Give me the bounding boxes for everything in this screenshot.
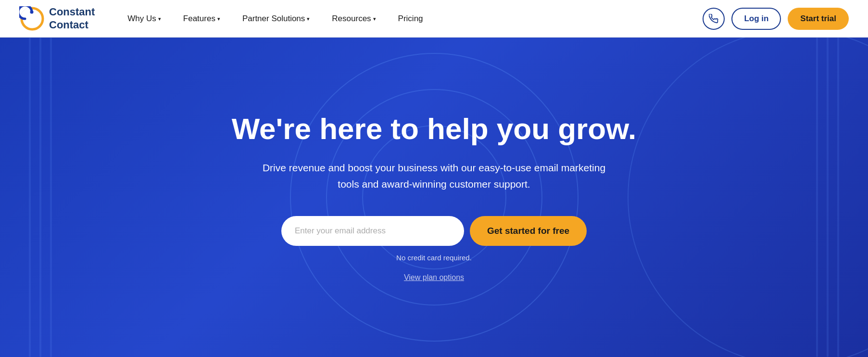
navbar-right: Log in Start trial: [703, 8, 849, 30]
logo[interactable]: Constant Contact: [19, 6, 95, 31]
chevron-down-icon: ▾: [217, 16, 220, 22]
view-plan-link[interactable]: View plan options: [404, 273, 464, 282]
nav-item-resources[interactable]: Resources ▾: [323, 9, 384, 28]
nav-item-why-us[interactable]: Why Us ▾: [119, 9, 170, 28]
right-arc-decoration: [628, 38, 868, 357]
nav-item-features[interactable]: Features ▾: [175, 9, 229, 28]
logo-text: Constant Contact: [49, 6, 95, 31]
nav-item-partner-solutions[interactable]: Partner Solutions ▾: [234, 9, 318, 28]
get-started-button[interactable]: Get started for free: [470, 216, 587, 246]
navbar: Constant Contact Why Us ▾ Features ▾ Par…: [0, 0, 868, 38]
email-input[interactable]: [281, 216, 464, 246]
left-decorative-lines: [29, 38, 52, 357]
hero-subtitle: Drive revenue and boost your business wi…: [251, 160, 616, 192]
hero-title: We're here to help you grow.: [232, 113, 637, 145]
phone-button[interactable]: [703, 8, 725, 30]
svg-point-1: [30, 10, 34, 13]
nav-links: Why Us ▾ Features ▾ Partner Solutions ▾ …: [119, 9, 431, 28]
no-credit-card-text: No credit card required.: [232, 254, 637, 262]
start-trial-button[interactable]: Start trial: [788, 8, 849, 30]
navbar-left: Constant Contact Why Us ▾ Features ▾ Par…: [19, 6, 432, 31]
hero-content: We're here to help you grow. Drive reven…: [222, 84, 646, 311]
nav-item-pricing[interactable]: Pricing: [390, 9, 432, 28]
hero-section: We're here to help you grow. Drive reven…: [0, 38, 868, 357]
chevron-down-icon: ▾: [373, 16, 376, 22]
logo-line2: Contact: [49, 19, 95, 31]
logo-icon: [19, 6, 44, 31]
logo-line1: Constant: [49, 6, 95, 18]
login-button[interactable]: Log in: [731, 8, 781, 30]
chevron-down-icon: ▾: [158, 16, 161, 22]
hero-form: Get started for free: [232, 216, 637, 246]
chevron-down-icon: ▾: [307, 16, 310, 22]
phone-icon: [709, 14, 718, 24]
